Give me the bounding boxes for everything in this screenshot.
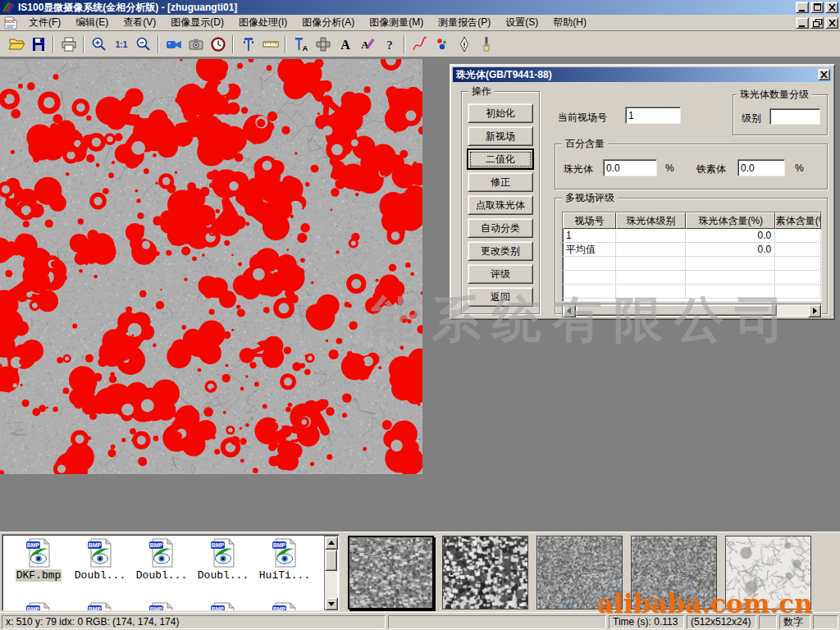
- cell: [616, 257, 686, 270]
- text-edit-icon[interactable]: A: [356, 34, 378, 55]
- bmp-file-icon: BMP: [210, 602, 236, 611]
- minimize-button[interactable]: [796, 2, 809, 13]
- caliper-icon[interactable]: [237, 34, 259, 55]
- help-icon[interactable]: ?: [378, 34, 400, 55]
- toolbar-separator: [404, 35, 405, 53]
- thumbnail-image[interactable]: [725, 536, 811, 609]
- file-list-scrollbar[interactable]: [324, 536, 338, 611]
- file-name[interactable]: Doubl...: [74, 569, 126, 582]
- menu-image-measure[interactable]: 图像测量(M): [362, 14, 431, 31]
- svg-text:BMP: BMP: [150, 606, 163, 611]
- maximize-button[interactable]: [810, 2, 824, 13]
- brush-tool-icon[interactable]: [475, 34, 497, 55]
- measure-text-icon[interactable]: A: [290, 34, 312, 55]
- table-row[interactable]: [563, 257, 821, 271]
- menu-measure-report[interactable]: 测量报告(P): [431, 14, 498, 31]
- current-field-input[interactable]: [625, 107, 681, 124]
- table-row[interactable]: [563, 271, 821, 285]
- menubar: DOC 文件(F) 编辑(E) 查看(V) 图像显示(D) 图像处理(I) 图像…: [0, 15, 840, 31]
- ferrite-percent-input[interactable]: [737, 159, 785, 176]
- menu-image-display[interactable]: 图像显示(D): [163, 14, 231, 31]
- file-item[interactable]: BMP Doubl...: [194, 538, 253, 582]
- grid-move-icon[interactable]: [312, 34, 334, 55]
- mdi-minimize-button[interactable]: [796, 17, 809, 29]
- dialog-titlebar[interactable]: 珠光体(GB/T9441-88): [453, 67, 832, 82]
- metallographic-image-canvas[interactable]: [0, 59, 422, 474]
- video-capture-icon[interactable]: [162, 34, 185, 55]
- menu-image-analysis[interactable]: 图像分析(A): [294, 14, 362, 31]
- file-item[interactable]: BMP: [194, 602, 253, 611]
- menu-edit[interactable]: 编辑(E): [68, 14, 116, 31]
- menu-help[interactable]: 帮助(H): [546, 14, 594, 31]
- file-name[interactable]: Doubl...: [135, 569, 188, 582]
- text-label-icon[interactable]: A: [334, 34, 356, 55]
- menu-image-process[interactable]: 图像处理(I): [231, 14, 294, 31]
- table-hscrollbar[interactable]: [562, 304, 822, 317]
- file-name[interactable]: HuiTi...: [258, 569, 311, 582]
- file-item[interactable]: BMP: [71, 602, 130, 611]
- thumbnail-image[interactable]: [536, 536, 623, 609]
- dialog-close-button[interactable]: [818, 69, 830, 80]
- file-name[interactable]: DKF.bmp: [16, 569, 62, 582]
- change-class-button[interactable]: 更改类别: [468, 241, 533, 261]
- return-button[interactable]: 返回: [468, 287, 533, 307]
- pen-tool-icon[interactable]: [453, 34, 475, 55]
- rate-button[interactable]: 评级: [468, 264, 533, 284]
- file-item[interactable]: BMP HuiTi...: [255, 538, 314, 582]
- pick-pearlite-button[interactable]: 点取珠光体: [468, 195, 533, 215]
- open-icon[interactable]: [5, 34, 27, 55]
- scroll-left-button[interactable]: [563, 304, 576, 317]
- mdi-close-button[interactable]: [825, 17, 838, 29]
- thumbnail-image[interactable]: [348, 536, 434, 609]
- init-button[interactable]: 初始化: [468, 103, 533, 123]
- table-row[interactable]: 1 0.0: [563, 229, 821, 243]
- close-button[interactable]: [825, 2, 838, 13]
- menu-settings[interactable]: 设置(S): [498, 14, 546, 31]
- print-icon[interactable]: [57, 34, 80, 55]
- curve-tool-icon[interactable]: [409, 34, 431, 55]
- menu-view[interactable]: 查看(V): [116, 14, 163, 31]
- file-item[interactable]: BMP DKF.bmp: [9, 538, 68, 582]
- file-item[interactable]: BMP: [255, 602, 314, 611]
- col-ferrite-content: 铁素体含量(%): [775, 212, 821, 229]
- file-item[interactable]: BMP: [9, 602, 68, 611]
- binarize-button[interactable]: 二值化: [468, 149, 533, 169]
- camera-icon[interactable]: [185, 34, 207, 55]
- menu-file[interactable]: 文件(F): [21, 14, 68, 31]
- file-item[interactable]: BMP Doubl...: [132, 538, 191, 582]
- ruler-icon[interactable]: [259, 34, 281, 55]
- scroll-thumb[interactable]: [576, 304, 777, 316]
- col-pearlite-grade: 珠光体级别: [616, 212, 686, 229]
- scroll-up-button[interactable]: [325, 536, 338, 550]
- correct-button[interactable]: 修正: [468, 172, 533, 192]
- new-field-button[interactable]: 新视场: [468, 126, 533, 146]
- clock-icon[interactable]: [207, 34, 229, 55]
- svg-text:BMP: BMP: [273, 606, 286, 611]
- file-item[interactable]: BMP: [132, 602, 191, 611]
- cell: [775, 271, 821, 284]
- scroll-down-button[interactable]: [325, 597, 338, 610]
- rating-table[interactable]: 视场号 珠光体级别 珠光体含量(%) 铁素体含量(%) 1 0.0 平均值 0.…: [562, 212, 822, 302]
- save-icon[interactable]: [27, 34, 49, 55]
- grade-group-label: 珠光体数量分级: [737, 89, 812, 100]
- zoom-in-icon[interactable]: [88, 34, 110, 55]
- file-item[interactable]: BMP Doubl...: [71, 538, 130, 582]
- mdi-restore-button[interactable]: [810, 17, 824, 29]
- thumbnail-image[interactable]: [631, 536, 717, 609]
- auto-classify-button[interactable]: 自动分类: [468, 218, 533, 238]
- actual-size-icon[interactable]: 1:1: [110, 34, 132, 55]
- percent-group: 百分含量 珠光体 % 铁素体 %: [555, 144, 828, 189]
- table-row[interactable]: 平均值 0.0: [563, 243, 821, 257]
- particle-tool-icon[interactable]: [431, 34, 453, 55]
- thumbnail-image[interactable]: [442, 536, 528, 609]
- table-row[interactable]: [563, 285, 821, 299]
- scroll-right-button[interactable]: [808, 304, 821, 317]
- pearlite-percent-input[interactable]: [603, 159, 657, 176]
- svg-text:?: ?: [386, 39, 393, 52]
- svg-text:DOC: DOC: [5, 19, 15, 24]
- file-name[interactable]: Doubl...: [197, 569, 249, 582]
- scroll-thumb[interactable]: [325, 550, 337, 571]
- zoom-out-icon[interactable]: [132, 34, 154, 55]
- file-list[interactable]: BMP DKF.bmp BMP Doubl... BMP Doubl... BM…: [2, 534, 340, 611]
- grade-input[interactable]: [769, 108, 820, 125]
